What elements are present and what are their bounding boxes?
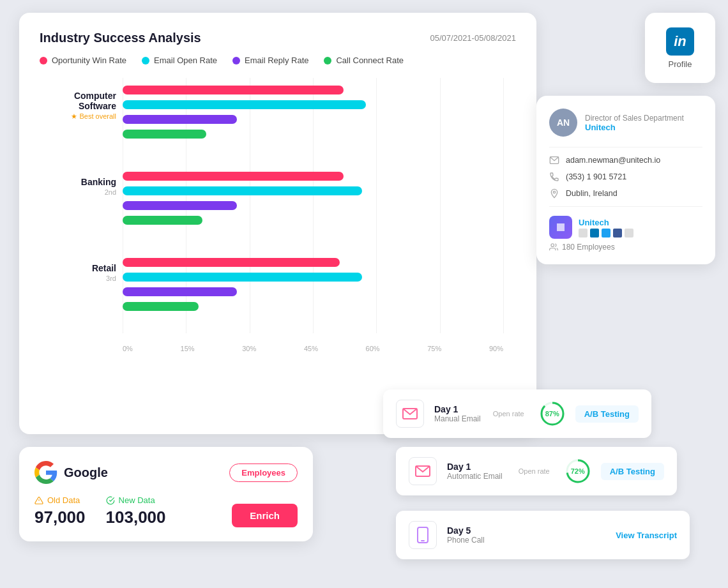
new-data-col: New Data 103,000 (106, 495, 166, 527)
enrich-bottom: Old Data 97,000 New Data 103,000 Enrich (34, 495, 298, 527)
seq-day-1: Day 1 (434, 404, 483, 414)
bar-row-0-3 (123, 128, 503, 140)
seq-type-3: Phone Call (447, 536, 605, 545)
phone-seq-icon (416, 527, 430, 543)
rate-circle-2: 72% (565, 458, 591, 484)
rate-circle-1: 87% (540, 401, 565, 426)
social-cloud-icon (579, 229, 588, 237)
company-logo-icon (554, 221, 567, 234)
ab-testing-btn-1[interactable]: A/B Testing (575, 405, 639, 423)
enrich-button[interactable]: Enrich (232, 504, 298, 527)
legend-win-rate: Oportunity Win Rate (40, 56, 126, 65)
sequence-card-phone: Day 5 Phone Call View Transcript (396, 511, 690, 559)
employees-icon (549, 243, 558, 252)
legend-label-win: Oportunity Win Rate (52, 56, 126, 65)
contact-name-area: Director of Sales Department Unitech (585, 114, 684, 132)
legend-dot-red (40, 57, 47, 64)
contact-location: Dublin, Ireland (566, 189, 618, 198)
old-data-value: 97,000 (34, 508, 86, 527)
bar-row-1-3 (123, 215, 503, 226)
bar-row-2-0 (123, 257, 503, 268)
email-seq-icon-1 (402, 408, 418, 419)
legend-open-rate: Email Open Rate (142, 56, 217, 65)
bar-row-1-0 (123, 170, 503, 182)
industry-rank-1: 2nd (40, 188, 116, 196)
legend-label-reply: Email Reply Rate (245, 56, 308, 65)
x-label-4: 60% (366, 345, 380, 352)
bar-row-2-1 (123, 271, 503, 283)
seq-info-3: Day 5 Phone Call (447, 525, 605, 545)
google-logo-area: Google (34, 461, 108, 484)
x-label-0: 0% (123, 345, 133, 352)
sequence-card-auto-email: Day 1 Automatic Email Open rate 72% A/B … (396, 447, 677, 495)
phone-icon (549, 172, 559, 182)
bar-row-0-2 (123, 114, 503, 125)
legend-reply-rate: Email Reply Rate (232, 56, 308, 65)
enrich-header: Google Employees (34, 461, 298, 484)
x-label-1: 15% (181, 345, 195, 352)
industry-rank-0: ★ Best overall (40, 112, 116, 121)
industry-label-0: Computer Software (40, 91, 116, 111)
view-transcript-btn[interactable]: View Transcript (616, 531, 677, 540)
contact-divider (549, 147, 702, 147)
social-other-icon (625, 229, 633, 237)
legend-dot-purple (232, 57, 240, 64)
job-title: Director of Sales Department (585, 114, 684, 123)
company-row: Unitech (549, 216, 702, 239)
contact-company[interactable]: Unitech (585, 123, 684, 132)
company-divider (549, 206, 702, 207)
open-rate-label-1: Open rate (493, 410, 524, 418)
chart-date: 05/07/2021-05/08/2021 (430, 33, 516, 43)
social-twitter-icon (602, 229, 610, 237)
bar-row-0-0 (123, 84, 503, 96)
contact-email-row: adam.newman@unitech.io (549, 155, 702, 165)
industry-rank-2: 3rd (40, 275, 116, 282)
seq-info-1: Day 1 Manual Email (434, 404, 483, 423)
warning-icon (34, 496, 43, 505)
sequence-card-manual-email: Day 1 Manual Email Open rate 87% A/B Tes… (383, 389, 651, 438)
x-label-3: 45% (304, 345, 318, 352)
new-data-label-row: New Data (106, 495, 166, 505)
svg-point-2 (551, 244, 554, 247)
location-icon (549, 188, 559, 199)
enrich-card: Google Employees Old Data 97,000 (19, 447, 313, 541)
rate-value-1: 87% (545, 410, 559, 418)
ab-testing-btn-2[interactable]: A/B Testing (601, 463, 664, 480)
employees-button[interactable]: Employees (229, 464, 298, 482)
company-logo (549, 216, 572, 239)
old-data-label-row: Old Data (34, 495, 86, 505)
email-icon-box-2 (409, 457, 437, 485)
x-label-2: 30% (242, 345, 256, 352)
linkedin-card[interactable]: in Profile (645, 13, 715, 83)
company-name[interactable]: Unitech (579, 218, 633, 227)
seq-type-1: Manual Email (434, 414, 483, 423)
bar-row-0-1 (123, 99, 503, 110)
email-seq-icon-2 (415, 465, 430, 477)
seq-type-2: Automatic Email (447, 472, 508, 481)
phone-icon-box (409, 521, 437, 549)
contact-header: AN Director of Sales Department Unitech (549, 109, 702, 137)
contact-phone: (353) 1 901 5721 (566, 172, 626, 181)
old-data-col: Old Data 97,000 (34, 495, 86, 527)
avatar: AN (549, 109, 577, 137)
google-logo-icon (34, 461, 57, 484)
contact-phone-row: (353) 1 901 5721 (549, 172, 702, 182)
linkedin-logo: in (666, 27, 694, 56)
seq-day-3: Day 5 (447, 525, 605, 536)
open-rate-label-2: Open rate (519, 467, 550, 475)
legend-call-rate: Call Connect Rate (324, 56, 404, 65)
enrich-data-row: Old Data 97,000 New Data 103,000 (34, 495, 166, 527)
contact-email: adam.newman@unitech.io (566, 156, 660, 165)
rate-value-2: 72% (571, 467, 585, 475)
employees-row: 180 Employees (549, 243, 702, 252)
bar-row-2-2 (123, 286, 503, 298)
employees-count: 180 Employees (562, 243, 615, 252)
google-name: Google (64, 465, 108, 480)
x-label-6: 90% (489, 345, 503, 352)
x-label-5: 75% (427, 345, 441, 352)
industry-label-2: Retail (40, 263, 116, 273)
seq-day-2: Day 1 (447, 462, 508, 472)
legend-dot-green (324, 57, 331, 64)
check-icon (106, 496, 115, 505)
bar-row-1-2 (123, 200, 503, 211)
